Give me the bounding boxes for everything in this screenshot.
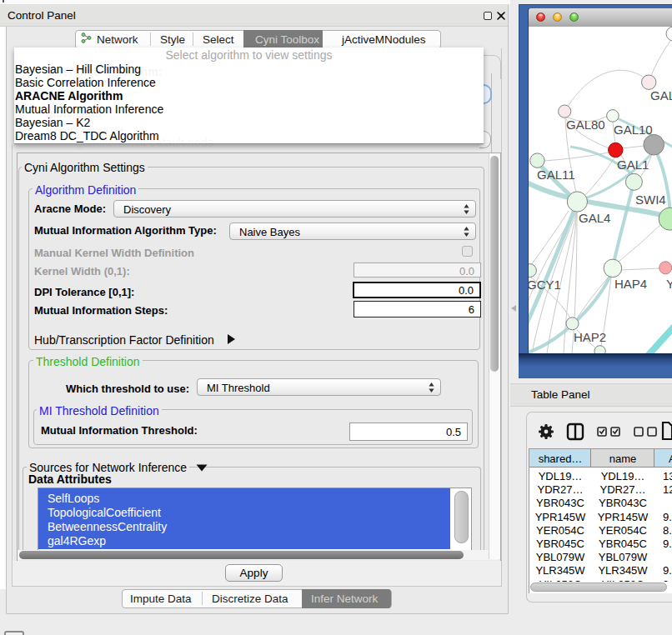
svg-text:GAL7: GAL7 (650, 88, 672, 102)
svg-text:SWI4: SWI4 (635, 192, 666, 207)
svg-text:GAL4: GAL4 (579, 211, 610, 225)
svg-text:GCY1: GCY1 (529, 278, 561, 292)
svg-text:YJ: YJ (666, 277, 672, 291)
svg-text:HAP4: HAP4 (614, 277, 647, 291)
svg-text:HAP2: HAP2 (574, 330, 606, 344)
svg-text:GAL11: GAL11 (537, 168, 575, 182)
svg-text:GAL10: GAL10 (614, 122, 653, 137)
svg-text:GAL80: GAL80 (566, 118, 605, 132)
svg-text:GAL1: GAL1 (617, 158, 649, 172)
